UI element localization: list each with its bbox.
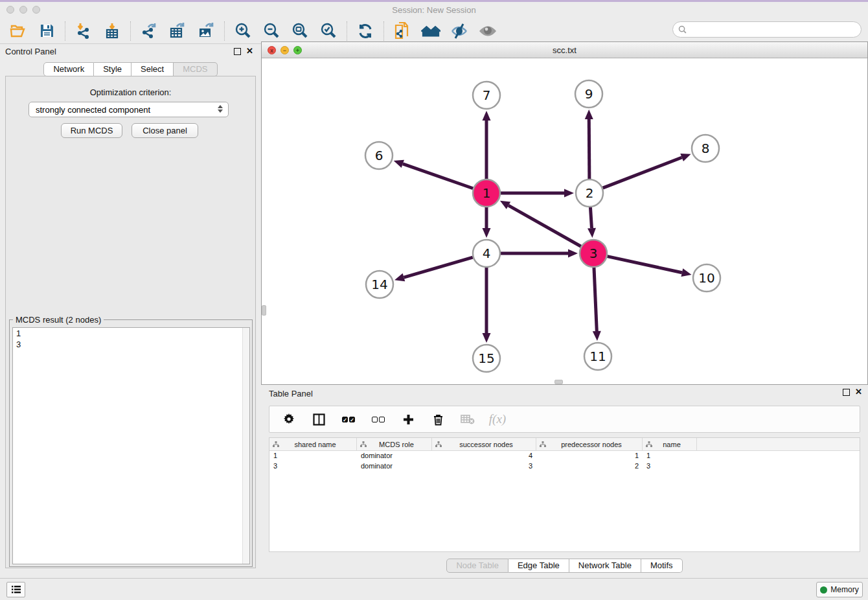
zoom-out-button[interactable] <box>262 21 281 41</box>
close-table-panel-button[interactable]: ✕ <box>855 387 862 397</box>
tab-edge-table[interactable]: Edge Table <box>508 559 569 573</box>
result-scrollbar[interactable] <box>242 328 249 564</box>
table-cell[interactable]: 1 <box>643 451 697 461</box>
arrowhead-icon <box>585 110 593 119</box>
arrowhead-icon <box>564 189 574 198</box>
table-cell[interactable]: 3 <box>269 461 357 472</box>
mcds-result-title: MCDS result (2 nodes) <box>13 315 104 325</box>
tab-network-table[interactable]: Network Table <box>569 559 641 573</box>
delete-table-icon <box>461 413 475 425</box>
graph-edge-2-8[interactable] <box>603 157 682 188</box>
column-type-icon <box>273 441 279 447</box>
show-column-panel-button[interactable] <box>311 411 326 427</box>
column-header-MCDS-role[interactable]: MCDS role <box>357 438 432 450</box>
optimization-criterion-select[interactable]: strongly connected component <box>29 102 229 117</box>
toolbar-search[interactable] <box>672 21 862 38</box>
tab-style[interactable]: Style <box>94 62 131 76</box>
clone-network-button[interactable] <box>393 21 412 41</box>
graph-edge-3-11[interactable] <box>594 268 597 331</box>
column-header-predecessor-nodes[interactable]: predecessor nodes <box>536 438 643 450</box>
import-network-button[interactable] <box>74 21 93 41</box>
tab-node-table[interactable]: Node Table <box>446 559 508 573</box>
save-icon <box>39 23 55 39</box>
graph-edge-2-9[interactable] <box>589 119 589 179</box>
table-panel-title: Table Panel <box>269 389 313 398</box>
save-session-button[interactable] <box>37 21 56 41</box>
table-row[interactable]: 1dominator411 <box>269 451 860 461</box>
graph-node-label: 9 <box>585 86 593 102</box>
table-cell[interactable]: 2 <box>536 461 643 472</box>
create-column-button[interactable] <box>400 411 416 427</box>
float-table-panel-button[interactable] <box>843 389 850 396</box>
network-canvas[interactable]: 7968124314101511 <box>262 58 867 384</box>
arrowhead-icon <box>483 228 491 238</box>
zoom-in-button[interactable] <box>233 21 253 41</box>
node-table[interactable]: shared nameMCDS rolesuccessor nodesprede… <box>269 437 860 552</box>
mcds-result-line: 1 <box>13 328 249 339</box>
import-network-icon <box>75 22 93 40</box>
import-table-button[interactable] <box>102 21 122 41</box>
graph-node-label: 4 <box>483 246 491 261</box>
column-header-name[interactable]: name <box>643 438 697 450</box>
import-table-icon <box>104 22 121 40</box>
tab-network[interactable]: Network <box>43 62 94 76</box>
arrowhead-icon <box>681 268 692 277</box>
table-settings-button[interactable] <box>281 411 297 427</box>
show-graphics-button[interactable] <box>478 21 497 41</box>
unchecked-box-icon <box>372 417 378 422</box>
unselect-all-columns-button[interactable] <box>371 411 386 427</box>
zoom-selected-button[interactable] <box>319 21 338 41</box>
plus-icon <box>402 413 415 426</box>
tab-select[interactable]: Select <box>131 62 174 76</box>
graph-edge-3-10[interactable] <box>607 257 681 273</box>
delete-table-button-disabled <box>460 411 475 427</box>
table-cell[interactable]: 4 <box>432 451 536 461</box>
table-cell[interactable]: 3 <box>643 461 697 472</box>
delete-column-button[interactable] <box>430 411 446 427</box>
table-cell[interactable]: 3 <box>432 461 536 472</box>
network-window-title: scc.txt <box>262 45 867 55</box>
unchecked-box-icon <box>379 417 385 422</box>
search-input[interactable] <box>687 25 849 34</box>
function-builder-button-disabled: f(x) <box>490 411 505 427</box>
column-header-successor-nodes[interactable]: successor nodes <box>432 438 536 450</box>
graph-edge-4-14[interactable] <box>404 257 472 277</box>
select-all-columns-button[interactable]: ✓ ✓ <box>341 411 356 427</box>
export-image-button[interactable] <box>196 21 216 41</box>
arrowhead-icon <box>593 331 601 341</box>
graph-node-label: 1 <box>483 185 491 201</box>
table-row[interactable]: 3dominator323 <box>269 461 860 472</box>
export-table-button[interactable] <box>168 21 187 41</box>
apply-layout-button[interactable] <box>356 21 375 41</box>
arrowhead-icon <box>394 273 405 281</box>
zoom-fit-button[interactable] <box>290 21 310 41</box>
graph-node-label: 15 <box>478 351 494 366</box>
column-header-shared-name[interactable]: shared name <box>269 438 357 450</box>
tab-motifs[interactable]: Motifs <box>641 559 683 573</box>
graph-edge-2-3[interactable] <box>590 207 591 228</box>
export-network-button[interactable] <box>139 21 159 41</box>
graph-edge-3-1[interactable] <box>508 205 581 246</box>
close-panel-button-mcds[interactable]: Close panel <box>131 123 198 138</box>
home-view-button[interactable] <box>421 21 440 41</box>
network-window-titlebar[interactable]: x − + scc.txt <box>262 42 867 58</box>
tab-mcds[interactable]: MCDS <box>174 62 217 76</box>
memory-button[interactable]: Memory <box>816 582 863 597</box>
hide-graphics-button[interactable] <box>450 21 469 41</box>
zoom-fit-icon <box>291 22 309 40</box>
table-cell[interactable]: 1 <box>269 451 357 461</box>
export-table-icon <box>168 22 187 40</box>
run-mcds-button[interactable]: Run MCDS <box>61 123 122 138</box>
network-window: x − + scc.txt 7968124314101511 <box>261 41 868 385</box>
open-session-button[interactable] <box>8 21 28 41</box>
main-titlebar: Session: New Session <box>0 2 868 18</box>
float-panel-button[interactable] <box>234 48 241 55</box>
graph-edge-1-6[interactable] <box>403 164 473 189</box>
table-cell[interactable]: dominator <box>357 451 432 461</box>
table-cell[interactable]: 1 <box>536 451 643 461</box>
graph-node-label: 3 <box>589 246 598 261</box>
table-cell[interactable]: dominator <box>357 461 432 472</box>
show-task-history-button[interactable] <box>6 582 25 597</box>
mcds-result-list[interactable]: 13 <box>12 327 250 564</box>
close-panel-button[interactable]: ✕ <box>246 46 253 56</box>
